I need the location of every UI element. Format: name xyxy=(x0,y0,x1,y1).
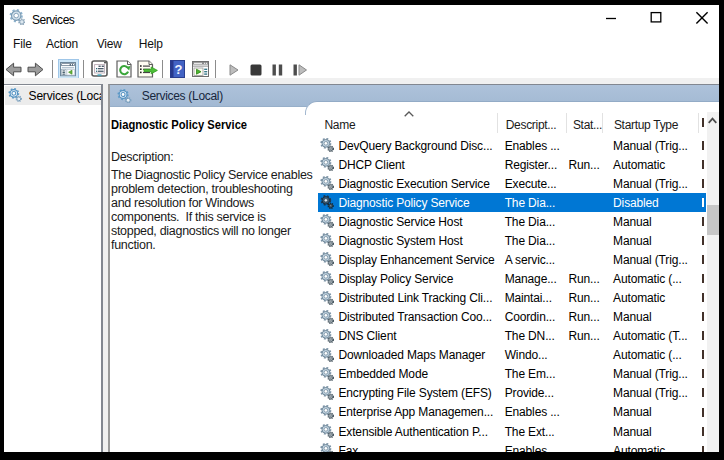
svg-text:?: ? xyxy=(175,62,183,77)
